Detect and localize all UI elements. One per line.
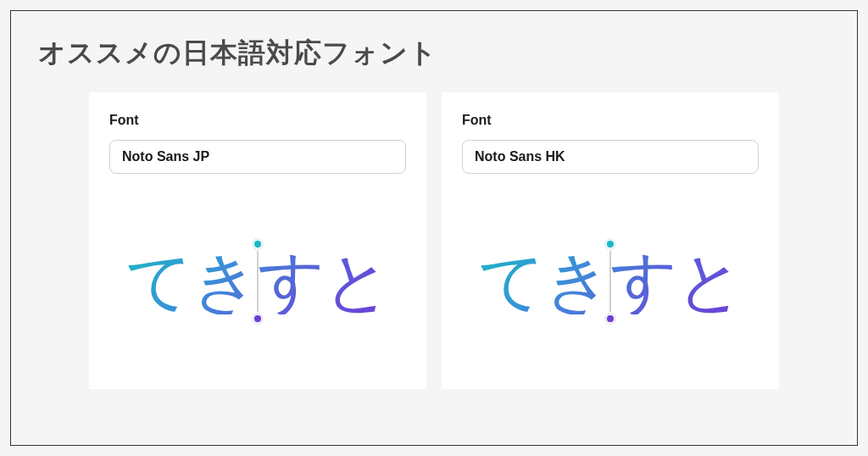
preview-text[interactable]: てきすと — [478, 248, 743, 314]
font-label: Font — [462, 113, 759, 128]
font-label: Font — [109, 113, 406, 128]
cards-container: Font Noto Sans JP てきすと Font Noto Sans HK… — [38, 92, 830, 389]
font-card-hk: Font Noto Sans HK てきすと — [442, 92, 779, 389]
preview-area: てきすと — [109, 191, 406, 372]
page-title: オススメの日本語対応フォント — [38, 35, 830, 72]
font-selector[interactable]: Noto Sans HK — [462, 140, 759, 174]
font-card-jp: Font Noto Sans JP てきすと — [89, 92, 426, 389]
font-selector[interactable]: Noto Sans JP — [109, 140, 406, 174]
preview-area: てきすと — [462, 191, 759, 372]
preview-text[interactable]: てきすと — [125, 248, 390, 314]
outer-frame: オススメの日本語対応フォント Font Noto Sans JP てきすと Fo… — [10, 10, 858, 446]
